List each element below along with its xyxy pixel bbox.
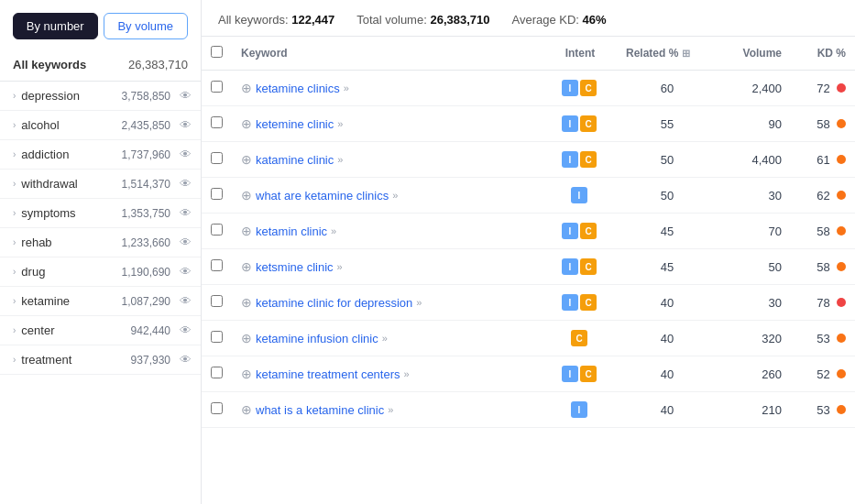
sidebar-keyword-count: 2,435,850 <box>122 119 170 132</box>
intent-badge-i: I <box>562 294 578 311</box>
keyword-link[interactable]: ⊕ ketamine infusion clinic » <box>241 331 534 345</box>
by-volume-button[interactable]: By volume <box>104 13 189 39</box>
keyword-link[interactable]: ⊕ what are ketamine clinics » <box>241 188 534 203</box>
volume-cell: 4,400 <box>718 142 791 178</box>
row-checkbox[interactable] <box>211 295 223 307</box>
keywords-table: Keyword Intent Related % ⊞ Volum <box>202 37 855 428</box>
keyword-text: ketamine infusion clinic <box>256 332 378 345</box>
keyword-cell: ⊕ ketamine clinic for depression » <box>232 285 543 321</box>
sidebar-keyword-label: addiction <box>21 148 69 161</box>
eye-icon[interactable]: 👁 <box>180 323 192 337</box>
row-checkbox[interactable] <box>211 224 223 236</box>
intent-badge-c: C <box>580 115 597 132</box>
kd-cell: 58 <box>791 214 855 249</box>
th-checkbox <box>202 37 232 71</box>
row-checkbox[interactable] <box>211 81 223 93</box>
related-cell: 40 <box>617 392 718 428</box>
keyword-link[interactable]: ⊕ ketamine treatment centers » <box>241 367 534 381</box>
kd-dot <box>837 119 846 128</box>
by-number-button[interactable]: By number <box>13 13 98 39</box>
kd-value: 62 <box>817 189 829 203</box>
sidebar-item[interactable]: › symptoms 1,353,750 👁 <box>0 199 201 228</box>
sidebar-keyword-label: ketamine <box>21 294 70 308</box>
keyword-link[interactable]: ⊕ ketamin clinic » <box>241 224 534 238</box>
sidebar-item[interactable]: › drug 1,190,690 👁 <box>0 257 201 287</box>
sidebar-keyword-count: 1,514,370 <box>122 178 170 191</box>
keyword-link[interactable]: ⊕ ketsmine clinic » <box>241 259 534 274</box>
all-keywords-stat: All keywords: 122,447 <box>218 13 334 27</box>
plus-icon: ⊕ <box>241 331 252 345</box>
keyword-link[interactable]: ⊕ ketemine clinic » <box>241 116 534 131</box>
arrow-icon: » <box>416 297 422 308</box>
eye-icon[interactable]: 👁 <box>180 206 192 220</box>
kd-value: 78 <box>817 296 829 310</box>
volume-cell: 210 <box>718 392 791 428</box>
eye-icon[interactable]: 👁 <box>180 89 192 103</box>
select-all-checkbox[interactable] <box>211 46 223 58</box>
eye-icon[interactable]: 👁 <box>180 118 192 132</box>
all-keywords-row: All keywords 26,383,710 <box>0 49 201 82</box>
keyword-text: ketemine clinic <box>256 117 334 131</box>
sidebar-item[interactable]: › addiction 1,737,960 👁 <box>0 140 201 170</box>
row-checkbox[interactable] <box>211 402 223 414</box>
sidebar-item[interactable]: › depression 3,758,850 👁 <box>0 82 201 111</box>
sidebar-row-left: › center <box>13 323 54 337</box>
related-cell: 60 <box>617 71 718 106</box>
keyword-link[interactable]: ⊕ katamine clinic » <box>241 152 534 167</box>
intent-cell: IC <box>543 214 617 249</box>
sidebar-item[interactable]: › rehab 1,233,660 👁 <box>0 228 201 257</box>
row-checkbox[interactable] <box>211 367 223 378</box>
sidebar-row-left: › addiction <box>13 148 69 161</box>
intent-badge-i: I <box>562 223 578 239</box>
keyword-text: ketsmine clinic <box>256 260 334 274</box>
sidebar-row-left: › symptoms <box>13 206 76 220</box>
row-checkbox[interactable] <box>211 259 223 271</box>
keyword-cell: ⊕ ketamine clinics » <box>232 71 543 106</box>
kd-dot <box>837 226 846 236</box>
eye-icon[interactable]: 👁 <box>180 177 192 191</box>
all-keywords-label: All keywords <box>13 58 86 71</box>
keyword-link[interactable]: ⊕ what is a ketamine clinic » <box>241 402 534 417</box>
kd-cell: 53 <box>791 321 855 356</box>
eye-icon[interactable]: 👁 <box>180 294 192 308</box>
arrow-icon: » <box>392 190 398 201</box>
kd-dot <box>837 369 846 378</box>
sidebar-item[interactable]: › alcohol 2,435,850 👁 <box>0 111 201 140</box>
row-checkbox-cell <box>202 214 232 249</box>
keyword-text: ketamine treatment centers <box>256 367 400 381</box>
filter-icon[interactable]: ⊞ <box>682 48 690 60</box>
arrow-icon: » <box>388 404 393 415</box>
keyword-cell: ⊕ katamine clinic » <box>232 142 543 178</box>
eye-icon[interactable]: 👁 <box>180 236 192 249</box>
kd-dot <box>837 83 846 93</box>
sidebar-item[interactable]: › ketamine 1,087,290 👁 <box>0 287 201 316</box>
volume-cell: 260 <box>718 356 791 392</box>
keyword-link[interactable]: ⊕ ketamine clinic for depression » <box>241 295 534 310</box>
kd-cell: 78 <box>791 285 855 321</box>
main-header: All keywords: 122,447 Total volume: 26,3… <box>202 0 855 37</box>
row-checkbox[interactable] <box>211 152 223 164</box>
row-checkbox-cell <box>202 285 232 321</box>
th-intent: Intent <box>543 37 617 71</box>
row-checkbox[interactable] <box>211 331 223 343</box>
eye-icon[interactable]: 👁 <box>180 148 192 161</box>
intent-badge-c: C <box>571 330 587 346</box>
sidebar-item[interactable]: › treatment 937,930 👁 <box>0 345 201 375</box>
sidebar-item[interactable]: › center 942,440 👁 <box>0 316 201 345</box>
arrow-icon: » <box>337 154 343 165</box>
kd-value: 72 <box>817 82 829 95</box>
intent-cell: IC <box>543 71 617 106</box>
row-checkbox[interactable] <box>211 188 223 200</box>
intent-badge-c: C <box>580 80 597 96</box>
chevron-icon: › <box>13 355 16 365</box>
plus-icon: ⊕ <box>241 81 252 95</box>
sidebar-item[interactable]: › withdrawal 1,514,370 👁 <box>0 170 201 199</box>
sidebar-keyword-count: 937,930 <box>131 354 170 367</box>
row-checkbox[interactable] <box>211 116 223 128</box>
eye-icon[interactable]: 👁 <box>180 353 192 367</box>
table-row: ⊕ ketamine clinic for depression » IC 40… <box>202 285 855 321</box>
kd-value: 58 <box>817 225 829 238</box>
eye-icon[interactable]: 👁 <box>180 265 192 279</box>
keyword-link[interactable]: ⊕ ketamine clinics » <box>241 81 534 95</box>
sidebar-keyword-count: 1,353,750 <box>122 207 170 220</box>
